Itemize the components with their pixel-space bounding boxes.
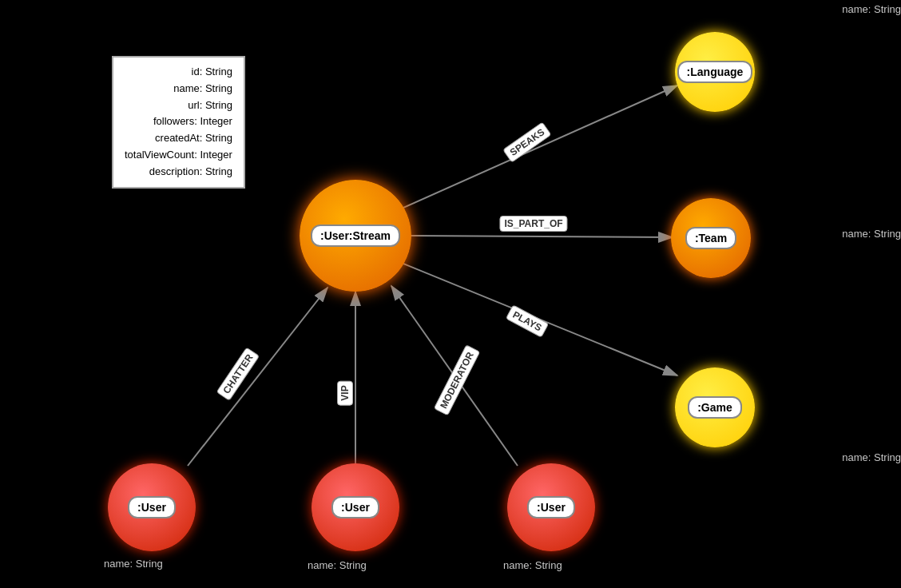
user3-prop: name: String xyxy=(503,559,562,571)
user2-prop: name: String xyxy=(308,559,367,571)
edge-speaks: SPEAKS xyxy=(502,121,552,163)
prop-line-3: url: String xyxy=(125,97,232,114)
prop-line-6: totalViewCount: Integer xyxy=(125,147,232,164)
node-user-stream-label: :User:Stream xyxy=(311,224,400,247)
node-game-label: :Game xyxy=(688,396,742,419)
prop-line-1: id: String xyxy=(125,64,232,81)
node-user-1[interactable]: :User xyxy=(108,463,196,551)
node-user-2[interactable]: :User xyxy=(312,463,399,551)
node-user-stream[interactable]: :User:Stream xyxy=(300,180,411,292)
node-user-3-label: :User xyxy=(527,496,575,518)
edge-chatter: CHATTER xyxy=(216,347,260,401)
is-part-of-arrow xyxy=(411,236,673,237)
node-language[interactable]: :Language xyxy=(675,32,755,112)
node-language-label: :Language xyxy=(677,61,753,83)
edge-moderator: MODERATOR xyxy=(434,345,480,416)
prop-line-7: description: String xyxy=(125,164,232,181)
prop-line-5: createdAt: String xyxy=(125,130,232,147)
node-user-1-label: :User xyxy=(128,496,176,518)
speaks-arrow xyxy=(403,85,677,208)
node-team[interactable]: :Team xyxy=(671,198,751,278)
user1-prop: name: String xyxy=(104,558,163,570)
prop-line-2: name: String xyxy=(125,81,232,97)
chatter-arrow xyxy=(188,288,327,466)
node-team-label: :Team xyxy=(685,227,736,249)
prop-line-4: followers: Integer xyxy=(125,113,232,130)
team-prop: name: String xyxy=(842,228,901,240)
node-game[interactable]: :Game xyxy=(675,368,755,447)
language-prop: name: String xyxy=(842,3,901,15)
node-user-3[interactable]: :User xyxy=(507,463,595,551)
node-user-2-label: :User xyxy=(331,496,379,518)
edge-plays: PLAYS xyxy=(506,304,549,338)
edge-is-part-of: IS_PART_OF xyxy=(499,216,567,232)
game-prop: name: String xyxy=(842,451,901,463)
property-box: id: String name: String url: String foll… xyxy=(112,56,245,189)
edge-vip: VIP xyxy=(337,380,353,405)
